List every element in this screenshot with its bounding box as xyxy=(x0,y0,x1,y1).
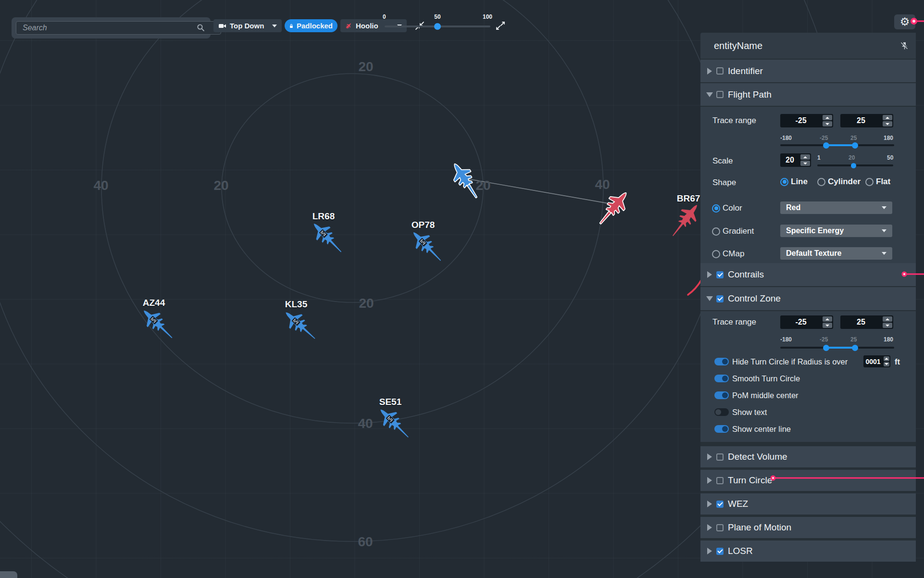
section-checkbox[interactable] xyxy=(716,453,724,461)
stepper-buttons[interactable] xyxy=(822,315,833,329)
section-checkbox[interactable] xyxy=(716,477,724,484)
cmap-dropdown[interactable]: Default Texture xyxy=(780,247,892,260)
slider-handle[interactable] xyxy=(852,345,858,351)
section-identifier[interactable]: Identifier xyxy=(700,60,916,82)
trace-range-slider[interactable] xyxy=(780,144,894,146)
shape-option-line[interactable]: Line xyxy=(780,177,808,187)
color-mode-radio[interactable]: Color xyxy=(712,203,742,213)
section-checkbox[interactable] xyxy=(716,524,724,531)
search-input[interactable] xyxy=(16,21,221,35)
section-checkbox-checked[interactable] xyxy=(716,501,724,508)
section-plane-of-motion[interactable]: Plane of Motion xyxy=(700,517,916,538)
section-detect-volume[interactable]: Detect Volume xyxy=(700,446,916,467)
expand-arrow-icon[interactable] xyxy=(707,548,712,554)
panel-title: entityName xyxy=(714,40,762,51)
section-label: Plane of Motion xyxy=(728,522,791,533)
trace-min-value[interactable]: -25 xyxy=(780,114,822,127)
gradient-mode-radio[interactable]: Gradient xyxy=(712,226,754,236)
scale-slider[interactable] xyxy=(817,164,893,166)
section-checkbox[interactable] xyxy=(716,67,724,75)
radio-icon[interactable] xyxy=(817,178,825,186)
section-checkbox-checked[interactable] xyxy=(716,271,724,278)
settings-button[interactable]: ⚙︎ xyxy=(894,14,915,29)
scale-value[interactable]: 20 xyxy=(780,153,799,167)
hide-turn-circle-toggle[interactable] xyxy=(714,358,729,365)
gradient-dropdown[interactable]: Specific Energy xyxy=(780,225,892,237)
expand-arrow-icon[interactable] xyxy=(707,501,712,507)
trace-range-label: Trace range xyxy=(712,317,756,327)
pom-middle-center-toggle[interactable] xyxy=(714,391,729,399)
stepper-buttons[interactable] xyxy=(882,114,893,127)
slider-tick-label: 20 xyxy=(849,154,855,161)
stepper-buttons[interactable] xyxy=(883,355,890,367)
radio-selected-icon[interactable] xyxy=(780,178,788,186)
slider-handle[interactable] xyxy=(823,142,829,149)
camera-view-dropdown[interactable]: Top Down xyxy=(213,19,282,32)
slider-handle[interactable] xyxy=(852,142,858,149)
aircraft-icon[interactable] xyxy=(589,183,637,233)
stepper-buttons[interactable] xyxy=(799,153,811,167)
trace-max-value[interactable]: 25 xyxy=(840,114,882,127)
radio-icon[interactable] xyxy=(865,178,874,186)
expand-arrow-icon[interactable] xyxy=(707,271,712,278)
trace-max-input[interactable]: 25 xyxy=(840,315,893,329)
chevron-down-icon xyxy=(882,252,887,255)
expand-arrow-icon[interactable] xyxy=(707,524,712,531)
shape-option-cylinder[interactable]: Cylinder xyxy=(817,177,861,187)
unpin-icon[interactable] xyxy=(899,41,909,50)
padlock-toggle-button[interactable]: Padlocked xyxy=(285,19,337,32)
color-dropdown-value: Red xyxy=(786,203,800,212)
expand-arrow-icon[interactable] xyxy=(707,453,712,460)
trace-max-input[interactable]: 25 xyxy=(840,114,893,127)
corner-widget[interactable] xyxy=(0,571,17,578)
collapse-arrow-icon[interactable] xyxy=(706,296,713,301)
slider-handle[interactable] xyxy=(823,345,829,351)
shape-option-flat[interactable]: Flat xyxy=(865,177,890,187)
radius-threshold-input[interactable]: 0001 xyxy=(863,355,890,367)
camera-view-label: Top Down xyxy=(230,22,264,30)
expand-arrow-icon[interactable] xyxy=(707,477,712,484)
scale-label: Scale xyxy=(712,156,733,166)
chevron-down-icon xyxy=(272,25,277,27)
section-contrails[interactable]: Contrails xyxy=(700,263,916,286)
trace-range-slider[interactable] xyxy=(780,347,894,349)
expand-timeline-icon[interactable] xyxy=(495,21,506,30)
section-losr[interactable]: LOSR xyxy=(700,540,916,562)
scale-input[interactable]: 20 xyxy=(780,153,811,167)
trace-max-value[interactable]: 25 xyxy=(840,315,882,329)
stepper-buttons[interactable] xyxy=(882,315,893,329)
show-text-toggle[interactable] xyxy=(714,408,729,416)
chevron-down-icon xyxy=(882,229,887,232)
expand-arrow-icon[interactable] xyxy=(707,68,712,75)
color-dropdown[interactable]: Red xyxy=(780,201,892,214)
trace-min-input[interactable]: -25 xyxy=(780,315,833,329)
section-label: Turn Circle xyxy=(728,475,772,486)
section-flight-path[interactable]: Flight Path xyxy=(700,83,916,106)
section-checkbox-checked[interactable] xyxy=(716,295,724,302)
section-checkbox[interactable] xyxy=(716,91,724,98)
slider-handle[interactable] xyxy=(851,163,856,168)
flight-path-settings: Trace range -25 25 -180 -25 25 180 Scale… xyxy=(700,107,916,263)
gear-icon: ⚙︎ xyxy=(900,16,910,27)
section-turn-circle[interactable]: Turn Circle xyxy=(700,470,916,491)
show-center-line-toggle[interactable] xyxy=(714,425,729,433)
timeline-slider[interactable]: 0 50 100 xyxy=(383,13,492,30)
radio-icon[interactable] xyxy=(712,250,720,258)
aircraft-label: SE51 xyxy=(371,397,410,407)
radio-icon[interactable] xyxy=(712,227,720,236)
section-label: Control Zone xyxy=(728,293,781,304)
cmap-mode-radio[interactable]: CMap xyxy=(712,249,744,259)
section-control-zone[interactable]: Control Zone xyxy=(700,287,916,310)
radio-selected-icon[interactable] xyxy=(712,204,720,213)
aircraft-icon[interactable] xyxy=(442,155,488,206)
slider-handle[interactable] xyxy=(434,23,441,30)
section-label: Contrails xyxy=(728,269,764,280)
collapse-arrow-icon[interactable] xyxy=(706,92,713,97)
trace-min-value[interactable]: -25 xyxy=(780,315,822,329)
section-wez[interactable]: WEZ xyxy=(700,493,916,515)
trace-min-input[interactable]: -25 xyxy=(780,114,833,127)
stepper-buttons[interactable] xyxy=(822,114,833,127)
smooth-turn-circle-toggle[interactable] xyxy=(714,375,729,382)
search-container xyxy=(12,17,211,38)
section-checkbox-checked[interactable] xyxy=(716,548,724,555)
